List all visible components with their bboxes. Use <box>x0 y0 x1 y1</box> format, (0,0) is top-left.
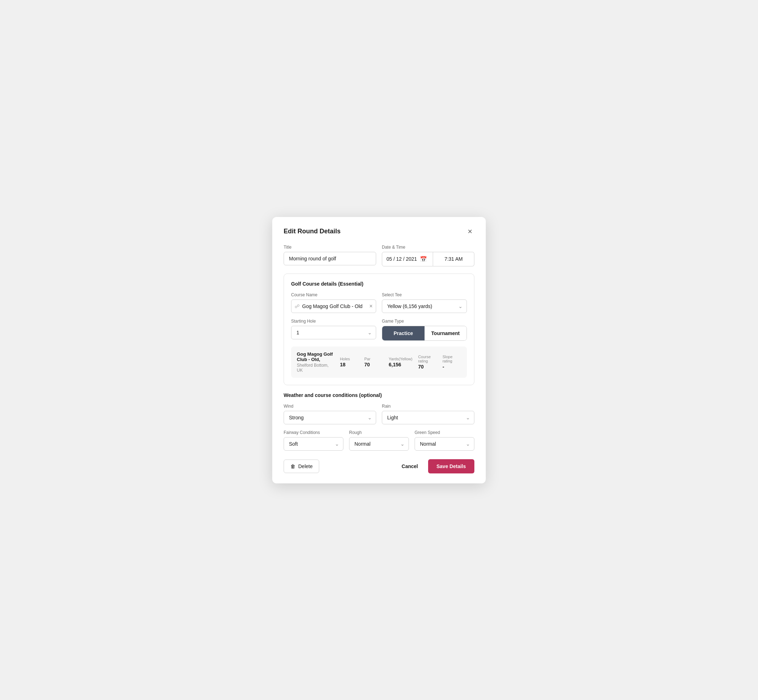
course-rating-value: 70 <box>418 364 424 370</box>
rain-col: Rain Light ⌄ <box>382 404 475 424</box>
weather-title: Weather and course conditions (optional) <box>283 392 475 398</box>
fairway-wrapper: Soft ⌄ <box>283 437 343 451</box>
date-value: 05 / 12 / 2021 <box>387 256 417 262</box>
rain-dropdown[interactable]: Light <box>382 411 475 424</box>
delete-button[interactable]: 🗑 Delete <box>283 459 319 473</box>
wind-col: Wind Strong ⌄ <box>283 404 376 424</box>
course-info-location: Shelford Bottom, UK <box>297 363 334 373</box>
holes-stat: Holes 18 <box>340 357 359 367</box>
datetime-row: 05 / 12 / 2021 📅 7:31 AM <box>382 252 475 266</box>
fairway-dropdown[interactable]: Soft <box>283 437 343 451</box>
rain-label: Rain <box>382 404 475 409</box>
title-label: Title <box>283 245 376 250</box>
tournament-button[interactable]: Tournament <box>424 326 467 341</box>
game-type-col: Game Type Practice Tournament <box>382 319 467 341</box>
par-stat: Par 70 <box>365 357 383 367</box>
course-info-name: Gog Magog Golf Club - Old, <box>297 352 334 362</box>
green-speed-label: Green Speed <box>415 430 475 435</box>
date-input-box[interactable]: 05 / 12 / 2021 📅 <box>382 252 433 266</box>
course-rating-stat: Course rating 70 <box>418 355 437 370</box>
course-rating-label: Course rating <box>418 355 437 363</box>
rough-label: Rough <box>349 430 409 435</box>
clear-course-icon[interactable]: × <box>370 303 373 309</box>
course-name-block: Gog Magog Golf Club - Old, Shelford Bott… <box>297 352 334 373</box>
trash-icon: 🗑 <box>290 464 295 469</box>
fairway-label: Fairway Conditions <box>283 430 343 435</box>
top-row: Title Date & Time 05 / 12 / 2021 📅 7:31 … <box>283 245 475 266</box>
rough-dropdown[interactable]: Normal <box>349 437 409 451</box>
fairway-col: Fairway Conditions Soft ⌄ <box>283 430 343 451</box>
game-type-toggle: Practice Tournament <box>382 326 467 341</box>
starting-hole-dropdown[interactable]: 1 <box>291 326 376 339</box>
rough-wrapper: Normal ⌄ <box>349 437 409 451</box>
title-field-group: Title <box>283 245 376 266</box>
course-name-input[interactable] <box>291 300 376 313</box>
modal-header: Edit Round Details × <box>283 227 475 236</box>
select-tee-col: Select Tee Yellow (6,156 yards) ⌄ <box>382 292 467 313</box>
yards-value: 6,156 <box>388 362 401 367</box>
time-value: 7:31 AM <box>445 256 463 262</box>
starting-hole-label: Starting Hole <box>291 319 376 324</box>
green-speed-col: Green Speed Normal ⌄ <box>415 430 475 451</box>
starting-hole-col: Starting Hole 1 ⌄ <box>291 319 376 341</box>
calendar-icon: 📅 <box>420 256 427 262</box>
select-tee-label: Select Tee <box>382 292 467 297</box>
course-name-col: Course Name ☍ × <box>291 292 376 313</box>
golf-course-section-title: Golf Course details (Essential) <box>291 281 467 287</box>
footer-right: Cancel Save Details <box>396 459 475 473</box>
wind-rain-row: Wind Strong ⌄ Rain Light ⌄ <box>283 404 475 424</box>
game-type-label: Game Type <box>382 319 467 324</box>
course-info-row: Gog Magog Golf Club - Old, Shelford Bott… <box>291 347 467 378</box>
save-button[interactable]: Save Details <box>428 459 475 473</box>
cancel-button[interactable]: Cancel <box>396 460 424 473</box>
golf-course-section: Golf Course details (Essential) Course N… <box>283 273 475 385</box>
edit-round-modal: Edit Round Details × Title Date & Time 0… <box>272 217 486 483</box>
datetime-field-group: Date & Time 05 / 12 / 2021 📅 7:31 AM <box>382 245 475 266</box>
par-value: 70 <box>365 362 370 367</box>
close-button[interactable]: × <box>465 227 475 236</box>
yards-stat: Yards(Yellow) 6,156 <box>388 357 412 367</box>
rain-wrapper: Light ⌄ <box>382 411 475 424</box>
green-speed-dropdown[interactable]: Normal <box>415 437 475 451</box>
holes-label: Holes <box>340 357 350 361</box>
conditions-row: Fairway Conditions Soft ⌄ Rough Normal ⌄ <box>283 430 475 451</box>
slope-rating-stat: Slope rating - <box>442 355 461 370</box>
practice-button[interactable]: Practice <box>382 326 424 341</box>
title-input[interactable] <box>283 252 376 266</box>
holes-value: 18 <box>340 362 346 367</box>
slope-rating-label: Slope rating <box>442 355 461 363</box>
course-search-wrapper: ☍ × <box>291 300 376 313</box>
modal-title: Edit Round Details <box>283 228 341 235</box>
course-name-label: Course Name <box>291 292 376 297</box>
weather-section: Weather and course conditions (optional)… <box>283 392 475 451</box>
delete-label: Delete <box>298 464 312 469</box>
yards-label: Yards(Yellow) <box>388 357 412 361</box>
select-tee-wrapper: Yellow (6,156 yards) ⌄ <box>382 300 467 313</box>
wind-wrapper: Strong ⌄ <box>283 411 376 424</box>
select-tee-dropdown[interactable]: Yellow (6,156 yards) <box>382 300 467 313</box>
modal-footer: 🗑 Delete Cancel Save Details <box>283 459 475 473</box>
course-tee-row: Course Name ☍ × Select Tee Yellow (6,156… <box>291 292 467 313</box>
hole-gametype-row: Starting Hole 1 ⌄ Game Type Practice Tou… <box>291 319 467 341</box>
green-speed-wrapper: Normal ⌄ <box>415 437 475 451</box>
search-icon: ☍ <box>294 303 300 309</box>
slope-rating-value: - <box>442 364 444 370</box>
rough-col: Rough Normal ⌄ <box>349 430 409 451</box>
starting-hole-wrapper: 1 ⌄ <box>291 326 376 339</box>
wind-label: Wind <box>283 404 376 409</box>
time-input-box[interactable]: 7:31 AM <box>433 252 475 266</box>
par-label: Par <box>365 357 370 361</box>
datetime-label: Date & Time <box>382 245 475 250</box>
wind-dropdown[interactable]: Strong <box>283 411 376 424</box>
